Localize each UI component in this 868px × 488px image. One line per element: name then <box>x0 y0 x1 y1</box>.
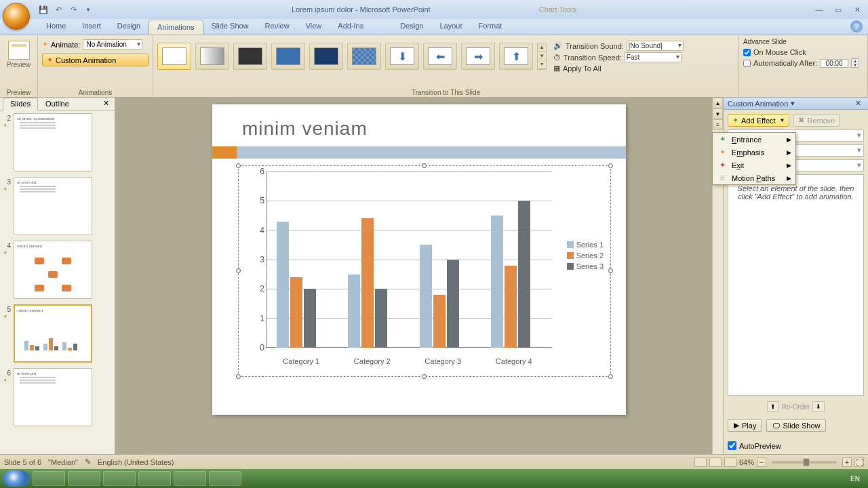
undo-icon[interactable]: ↶ <box>53 4 64 15</box>
taskpane-close-icon[interactable]: ✕ <box>852 99 864 108</box>
slide-thumbnail[interactable]: 6✦ut enim ad <box>3 368 112 426</box>
start-button[interactable] <box>3 470 30 487</box>
normal-view-button[interactable] <box>694 458 707 467</box>
transition-sound-dropdown[interactable]: [No Sound] <box>627 41 684 51</box>
svg-rect-8 <box>73 344 77 350</box>
menu-motion-paths[interactable]: ☆Motion Paths▶ <box>713 171 795 184</box>
play-button[interactable]: ▶Play <box>728 419 762 432</box>
autopreview-checkbox[interactable] <box>728 441 736 450</box>
slide-edit-area: ▲ ▼ ≡ minim veniam ···· ···· 0123456 <box>115 98 723 454</box>
reorder-up-button[interactable]: ⬆ <box>767 401 779 412</box>
tab-home[interactable]: Home <box>38 19 74 35</box>
resize-handle[interactable] <box>236 163 241 168</box>
status-bar: Slide 5 of 6 "Median" ✎ English (United … <box>0 454 868 469</box>
svg-rect-1 <box>30 345 34 350</box>
group-animations: ✦ Animate: No Animation ✦ Custom Animati… <box>38 35 153 97</box>
taskpane-dropdown-icon[interactable]: ▾ <box>788 99 797 108</box>
custom-animation-button[interactable]: ✦ Custom Animation <box>42 54 149 66</box>
transition-cut-black[interactable] <box>309 43 343 70</box>
resize-handle[interactable] <box>608 163 613 168</box>
transition-fade[interactable] <box>195 43 229 70</box>
window-title: Lorem ipsum dolor - Microsoft PowerPoint… <box>292 5 576 14</box>
zoom-level[interactable]: 64% <box>739 458 754 466</box>
transition-none[interactable] <box>157 43 191 70</box>
sorter-view-button[interactable] <box>709 458 722 467</box>
resize-handle[interactable] <box>236 374 241 379</box>
slide-border <box>237 146 626 159</box>
resize-handle[interactable] <box>236 268 241 273</box>
resize-handle[interactable] <box>608 374 613 379</box>
apply-all-button[interactable]: Apply To All <box>563 64 601 73</box>
animation-hint: Select an element of the slide, then cli… <box>728 174 864 396</box>
menu-emphasis[interactable]: ✦Emphasis▶ <box>713 146 795 159</box>
maximize-button[interactable]: ▭ <box>830 4 846 15</box>
transition-speed-dropdown[interactable]: Fast <box>625 52 682 62</box>
status-language[interactable]: English (United States) <box>98 458 174 466</box>
close-button[interactable]: ✕ <box>849 4 865 15</box>
tab-chart-layout[interactable]: Layout <box>431 19 470 35</box>
taskbar-powerpoint[interactable] <box>138 471 171 486</box>
tab-outline[interactable]: Outline <box>38 98 77 110</box>
add-effect-button[interactable]: ✦ Add Effect ▼ ✦Entrance▶ ✦Emphasis▶ ✦Ex… <box>728 114 789 127</box>
save-icon[interactable]: 💾 <box>38 4 49 15</box>
transition-fade-black[interactable] <box>233 43 267 70</box>
menu-entrance[interactable]: ✦Entrance▶ <box>713 133 795 146</box>
preview-button[interactable] <box>8 41 30 60</box>
taskbar-media[interactable] <box>103 471 136 486</box>
taskpane-title: Custom Animation <box>728 100 788 108</box>
tab-view[interactable]: View <box>298 19 330 35</box>
transition-wipe-right[interactable]: ➡ <box>461 43 495 70</box>
slide-thumbnail[interactable]: 3✦ut enim ad <box>3 177 112 235</box>
menu-exit[interactable]: ✦Exit▶ <box>713 159 795 171</box>
zoom-out-button[interactable]: − <box>757 458 766 467</box>
qat-dropdown-icon[interactable]: ▼ <box>83 4 94 15</box>
reorder-down-button[interactable]: ⬇ <box>812 401 825 412</box>
slideshow-view-button[interactable] <box>724 458 736 467</box>
tab-addins[interactable]: Add-Ins <box>330 19 372 35</box>
spellcheck-icon[interactable]: ✎ <box>85 458 91 466</box>
slide-panel-close[interactable]: ✕ <box>100 98 112 110</box>
tab-slideshow[interactable]: Slide Show <box>203 19 257 35</box>
transition-cut[interactable] <box>271 43 305 70</box>
zoom-in-button[interactable]: + <box>842 458 852 467</box>
tab-review[interactable]: Review <box>257 19 298 35</box>
zoom-slider[interactable] <box>772 461 837 464</box>
fit-window-button[interactable]: ⛶ <box>854 458 864 467</box>
slideshow-button[interactable]: 🖵Slide Show <box>766 419 826 432</box>
auto-after-time[interactable]: 00:00 <box>820 59 848 68</box>
taskbar-app2[interactable] <box>209 471 241 486</box>
remove-effect-button[interactable]: ✖ Remove <box>793 114 840 127</box>
redo-icon[interactable]: ↷ <box>68 4 79 15</box>
help-icon[interactable]: ? <box>850 20 863 33</box>
slide-thumbnail[interactable]: 5✦minim veniam <box>3 304 112 363</box>
tab-animations[interactable]: Animations <box>149 20 203 35</box>
play-icon: ▶ <box>734 421 739 430</box>
taskbar-app[interactable] <box>174 471 206 486</box>
chart-placeholder[interactable]: ···· ···· 0123456 Category 1Category 2Ca… <box>238 165 611 377</box>
slide-canvas[interactable]: minim veniam ···· ···· 0123456 Ca <box>212 104 626 415</box>
transition-dissolve[interactable] <box>347 43 381 70</box>
tab-insert[interactable]: Insert <box>74 19 109 35</box>
minimize-button[interactable]: — <box>811 4 827 15</box>
slide-title[interactable]: minim veniam <box>242 118 368 140</box>
on-mouse-click-checkbox[interactable] <box>743 49 751 56</box>
transition-wipe-up[interactable]: ⬆ <box>499 43 533 70</box>
taskbar-ie[interactable] <box>33 471 65 486</box>
transition-wipe-left[interactable]: ⬅ <box>423 43 457 70</box>
transition-wipe-down[interactable]: ⬇ <box>385 43 419 70</box>
tab-chart-format[interactable]: Format <box>471 19 511 35</box>
time-spinner[interactable]: ▲▼ <box>851 58 859 68</box>
resize-handle[interactable] <box>608 268 613 273</box>
animate-label: Animate: <box>51 41 80 49</box>
animate-dropdown[interactable]: No Animation <box>83 39 142 49</box>
taskbar-explorer[interactable] <box>68 471 100 486</box>
tab-slides[interactable]: Slides <box>3 98 38 110</box>
tray-lang[interactable]: EN <box>850 475 860 483</box>
auto-after-checkbox[interactable] <box>743 60 751 67</box>
slide-thumbnail[interactable]: 2✦sit amet, consectetur <box>3 113 112 171</box>
slide-thumbnail[interactable]: 4✦minim veniam <box>3 241 112 299</box>
tab-chart-design[interactable]: Design <box>392 19 431 35</box>
tab-design[interactable]: Design <box>109 19 149 35</box>
transition-gallery-more[interactable]: ▲▼▾ <box>537 43 547 70</box>
office-button[interactable] <box>3 3 30 30</box>
